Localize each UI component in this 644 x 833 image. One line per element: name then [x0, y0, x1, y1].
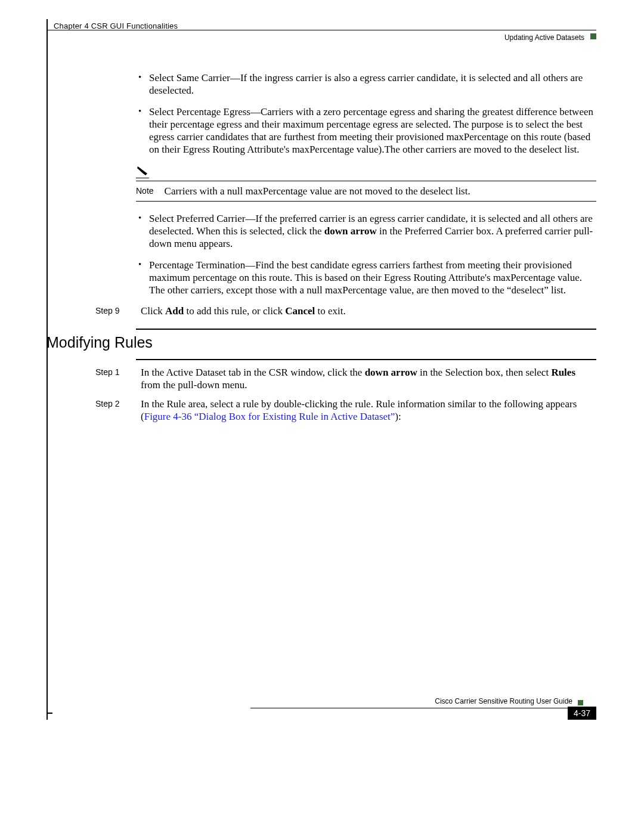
t-bold: down arrow — [365, 367, 417, 378]
bullet-text-bold: down arrow — [324, 225, 377, 237]
section-end-rule — [136, 329, 596, 330]
heading-modifying-rules: Modifying Rules — [47, 334, 153, 351]
t: Click — [141, 305, 165, 317]
t-bold: Cancel — [285, 305, 315, 317]
t-bold: Rules — [551, 367, 575, 378]
bullet-text-pre: Percentage Termination—Find the best can… — [149, 259, 582, 296]
header-rule — [47, 30, 596, 30]
footer-book-title: Cisco Carrier Sensitive Routing User Gui… — [435, 697, 572, 705]
page-number: 4-37 — [568, 707, 596, 720]
bullet-list-2: Select Preferred Carrier—If the preferre… — [136, 212, 596, 297]
t: from the pull-down menu. — [141, 379, 247, 391]
figure-cross-reference[interactable]: Figure 4-36 “Dialog Box for Existing Rul… — [144, 411, 395, 422]
t: In the Active Dataset tab in the CSR win… — [141, 367, 365, 378]
bullet-item: Select Same Carrier—If the ingress carri… — [136, 72, 596, 97]
step-row: Step 9 Click Add to add this rule, or cl… — [136, 305, 596, 317]
t: in the Selection box, then select — [417, 367, 552, 378]
step-row: Step 2 In the Rule area, select a rule b… — [136, 398, 596, 423]
main-content: Select Same Carrier—If the ingress carri… — [136, 72, 596, 351]
footer-marker-square — [578, 700, 583, 705]
note-label: Note — [136, 185, 154, 197]
footer-corner-tick — [47, 713, 48, 720]
header-marker-square — [590, 33, 596, 39]
section-modifying-rules: Step 1 In the Active Dataset tab in the … — [136, 359, 596, 429]
step-text: In the Active Dataset tab in the CSR win… — [141, 366, 596, 392]
step-label: Step 1 — [95, 366, 129, 392]
left-margin-rule — [47, 19, 48, 714]
bullet-item: Select Preferred Carrier—If the preferre… — [136, 212, 596, 250]
bullet-item: Percentage Termination—Find the best can… — [136, 259, 596, 297]
step-row: Step 1 In the Active Dataset tab in the … — [136, 366, 596, 392]
running-header-chapter: Chapter 4 CSR GUI Functionalities — [54, 21, 178, 30]
step-label: Step 2 — [95, 398, 129, 423]
step-text: Click Add to add this rule, or click Can… — [141, 305, 596, 317]
step-label: Step 9 — [95, 305, 129, 317]
step-text: In the Rule area, select a rule by doubl… — [141, 398, 596, 423]
note-block: Note Carriers with a null maxPercentage … — [136, 165, 596, 202]
footer-rule — [250, 708, 578, 708]
t: to exit. — [315, 305, 345, 317]
bullet-text: Select Percentage Egress—Carriers with a… — [149, 106, 593, 156]
running-header-subsection: Updating Active Datasets — [504, 33, 584, 42]
t-bold: Add — [165, 305, 184, 317]
section-start-rule — [136, 359, 596, 360]
note-pen-icon — [136, 165, 149, 178]
bullet-list-1: Select Same Carrier—If the ingress carri… — [136, 72, 596, 156]
t: ): — [395, 411, 401, 422]
t: to add this rule, or click — [184, 305, 285, 317]
note-text: Carriers with a null maxPercentage value… — [165, 185, 596, 197]
page: Chapter 4 CSR GUI Functionalities Updati… — [0, 0, 644, 833]
bullet-text: Select Same Carrier—If the ingress carri… — [149, 72, 583, 96]
bullet-item: Select Percentage Egress—Carriers with a… — [136, 106, 596, 156]
